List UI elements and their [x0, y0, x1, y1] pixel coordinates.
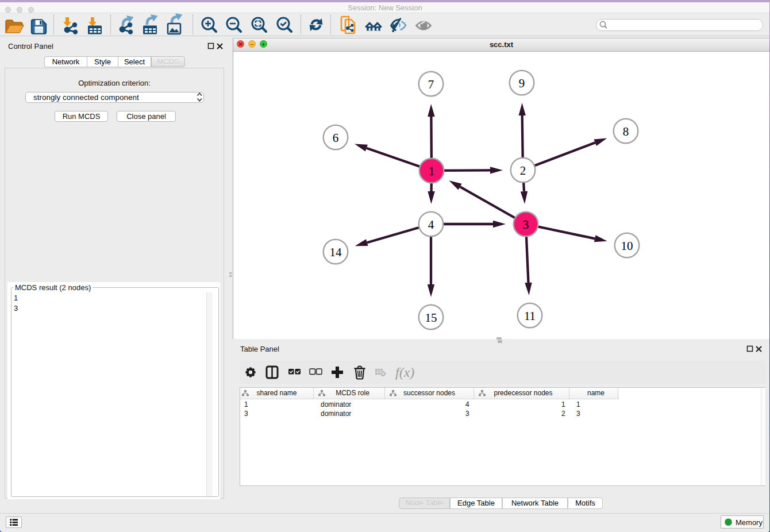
svg-text:Memory: Memory	[736, 518, 763, 527]
svg-text:f(x): f(x)	[395, 365, 414, 380]
